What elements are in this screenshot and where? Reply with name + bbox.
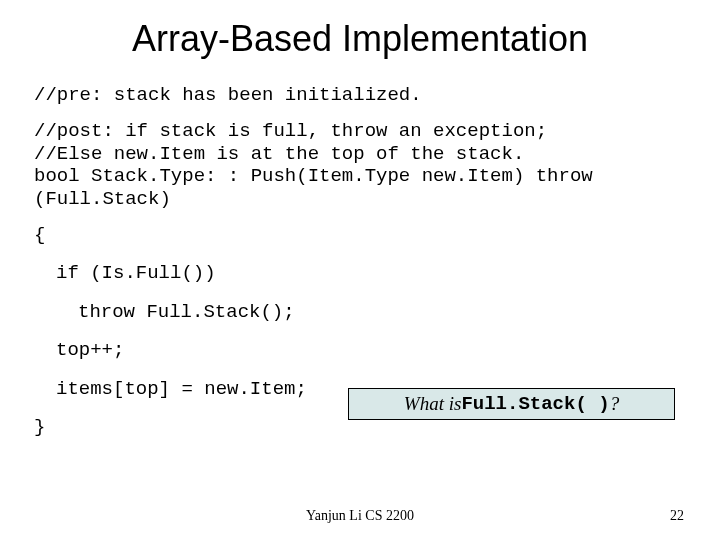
- open-brace: {: [34, 224, 686, 246]
- pre-comment: //pre: stack has been initialized.: [34, 84, 686, 106]
- callout-box: What is Full.Stack( ) ?: [348, 388, 675, 420]
- if-line: if (Is.Full()): [56, 262, 686, 284]
- fn-sig-2: (Full.Stack): [34, 188, 686, 210]
- incr-line: top++;: [56, 339, 686, 361]
- callout-suffix: ?: [610, 393, 620, 415]
- footer-author: Yanjun Li CS 2200: [0, 508, 720, 524]
- slide-title: Array-Based Implementation: [0, 18, 720, 60]
- callout-prefix: What is: [404, 393, 462, 415]
- callout-code: Full.Stack( ): [461, 393, 609, 415]
- signature-block: //post: if stack is full, throw an excep…: [34, 120, 686, 210]
- code-block: //pre: stack has been initialized. //pos…: [34, 84, 686, 438]
- post-comment-2: //Else new.Item is at the top of the sta…: [34, 143, 686, 165]
- footer-page-number: 22: [670, 508, 684, 524]
- post-comment-1: //post: if stack is full, throw an excep…: [34, 120, 686, 142]
- fn-sig-1: bool Stack.Type: : Push(Item.Type new.It…: [34, 165, 686, 187]
- throw-line: throw Full.Stack();: [78, 301, 686, 323]
